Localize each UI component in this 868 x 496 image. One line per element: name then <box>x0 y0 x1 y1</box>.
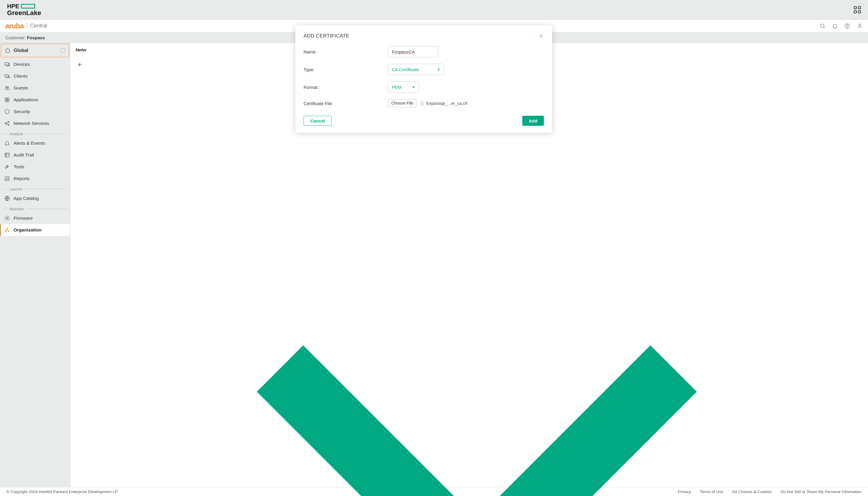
sidebar-item-alerts[interactable]: Alerts & Events <box>0 137 70 149</box>
sidebar-item-devices[interactable]: Devices <box>0 59 70 70</box>
sidebar-item-network-services[interactable]: Network Services <box>0 118 70 129</box>
sidebar: Global Devices Clients Guests Applicatio… <box>0 43 70 487</box>
greenlake-text: GreenLake <box>7 10 41 16</box>
customer-name: Foxpass <box>27 35 45 40</box>
close-icon[interactable] <box>539 33 544 39</box>
sidebar-item-label: Tools <box>14 164 24 169</box>
greenlake-bar: HPE GreenLake <box>0 0 868 19</box>
sidebar-item-label: Audit Trail <box>14 152 34 158</box>
sidebar-item-firmware[interactable]: Firmware <box>0 212 70 224</box>
sidebar-item-audit[interactable]: Audit Trail <box>0 149 70 161</box>
svg-point-3 <box>859 24 861 26</box>
bell-icon <box>4 140 10 146</box>
sidebar-item-label: Alerts & Events <box>14 141 45 146</box>
format-select[interactable]: PEM ▼ <box>388 81 419 93</box>
sidebar-item-label: Reports <box>14 176 30 181</box>
tools-icon <box>4 164 10 170</box>
home-icon <box>5 48 11 53</box>
organization-icon <box>4 227 10 233</box>
svg-rect-4 <box>5 63 9 65</box>
svg-rect-7 <box>8 76 10 78</box>
add-certificate-form: Name: Type: CA Certificate ▼ Format : PE… <box>304 46 544 107</box>
choose-file-button[interactable]: Choose File <box>388 99 417 107</box>
svg-rect-10 <box>5 98 7 99</box>
hpe-greenlake-logo[interactable]: HPE GreenLake <box>7 3 41 16</box>
type-label: Type: <box>304 67 380 72</box>
sidebar-item-reports[interactable]: Reports <box>0 173 70 185</box>
hpe-text: HPE <box>7 3 19 9</box>
sidebar-item-label: App Catalog <box>14 196 39 201</box>
search-icon[interactable] <box>820 23 825 29</box>
hpe-rect-icon <box>21 4 35 9</box>
sidebar-item-label: Applications <box>14 97 38 103</box>
sidebar-section-analyze: Analyze <box>6 132 66 136</box>
product-name: Central <box>30 23 47 29</box>
modal-title: ADD CERTIFICATE <box>304 33 349 39</box>
reports-icon <box>4 176 10 182</box>
sidebar-item-label: Devices <box>14 62 30 67</box>
add-certificate-modal: ADD CERTIFICATE Name: Type: CA Certifica… <box>295 26 552 133</box>
context-selector-global[interactable]: Global <box>1 44 69 57</box>
help-icon[interactable] <box>844 23 850 29</box>
chevron-down-icon: ▼ <box>412 85 415 89</box>
bell-icon[interactable] <box>832 23 838 29</box>
context-label: Global <box>14 48 28 53</box>
svg-rect-17 <box>5 153 9 157</box>
user-icon[interactable] <box>857 23 863 29</box>
sidebar-item-label: Firmware <box>14 216 33 221</box>
back-arrow-icon[interactable] <box>77 62 83 67</box>
svg-rect-6 <box>5 75 9 77</box>
sidebar-item-security[interactable]: Security <box>0 106 70 118</box>
format-value: PEM <box>392 85 402 90</box>
guests-icon <box>4 85 10 91</box>
customer-label: Customer: <box>5 35 26 40</box>
svg-rect-13 <box>7 100 9 102</box>
apps-grid-icon[interactable] <box>854 6 861 13</box>
svg-rect-11 <box>7 98 9 99</box>
sidebar-item-label: Clients <box>14 74 28 79</box>
sidebar-item-applications[interactable]: Applications <box>0 94 70 106</box>
sidebar-item-label: Security <box>14 109 30 114</box>
name-label: Name: <box>304 49 380 54</box>
sidebar-item-label: Guests <box>14 85 28 91</box>
devices-icon <box>4 61 10 67</box>
separator <box>27 23 27 29</box>
loading-spinner-icon <box>60 48 65 53</box>
add-button[interactable]: Add <box>522 116 544 126</box>
cancel-button[interactable]: Cancel <box>304 116 331 126</box>
sidebar-item-guests[interactable]: Guests <box>0 82 70 94</box>
sidebar-item-tools[interactable]: Tools <box>0 161 70 173</box>
aruba-logo[interactable]: aruba <box>5 22 24 30</box>
gear-icon <box>4 215 10 221</box>
name-input[interactable] <box>388 46 438 57</box>
certfile-label: Certificate File: <box>304 101 380 106</box>
applications-icon <box>4 97 10 103</box>
sidebar-item-app-catalog[interactable]: App Catalog <box>0 192 70 204</box>
shield-icon <box>4 109 10 114</box>
globe-icon <box>4 196 10 201</box>
sidebar-section-launch: Launch <box>6 187 66 191</box>
svg-point-20 <box>6 218 8 219</box>
svg-rect-12 <box>5 100 7 102</box>
type-select[interactable]: CA Certificate ▼ <box>388 64 444 75</box>
chevron-down-icon: ▼ <box>437 67 440 71</box>
sidebar-item-label: Organization <box>14 227 42 233</box>
type-value: CA Certificate <box>392 67 419 72</box>
sidebar-item-label: Network Services <box>14 121 49 126</box>
svg-point-9 <box>7 87 9 88</box>
sidebar-item-clients[interactable]: Clients <box>0 70 70 82</box>
format-label: Format : <box>304 85 380 90</box>
svg-point-8 <box>5 86 7 88</box>
file-icon <box>420 101 424 106</box>
chosen-filename: foxpassqa_…er_ca.crt <box>426 101 467 106</box>
audit-icon <box>4 152 10 158</box>
svg-rect-5 <box>8 64 10 66</box>
svg-point-2 <box>847 27 847 27</box>
sidebar-item-organization[interactable]: Organization <box>0 224 70 236</box>
network-icon <box>4 121 10 126</box>
svg-point-0 <box>820 24 824 28</box>
clients-icon <box>4 73 10 79</box>
sidebar-section-maintain: Maintain <box>6 207 66 211</box>
